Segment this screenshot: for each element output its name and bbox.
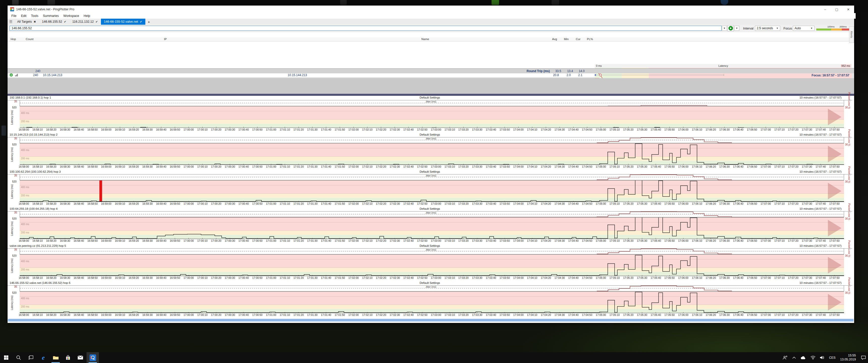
maximize-button[interactable]: ▢ [831,5,842,13]
tab-116-211-132-12[interactable]: 116.211.132.12✔ [69,19,101,25]
tab-all-targets[interactable]: All Targets✖ [14,19,39,25]
time-tick-label: 17:04:10 [525,202,539,205]
time-tick-label: 17:04:10 [525,276,539,279]
time-tick-label: 16:59:10 [113,314,127,317]
graph-settings-label[interactable]: Default Settings [7,207,852,210]
time-tick-label: 16:59:20 [127,239,141,242]
alerts-side-tab[interactable]: Alerts [849,26,854,43]
task-view-taskbar-button[interactable] [25,352,37,363]
menu-item-edit[interactable]: Edit [19,14,29,18]
time-tick-label: 17:02:40 [401,165,415,168]
time-tick-label: 17:07:20 [786,128,800,131]
new-tab-button[interactable]: + [145,19,153,25]
menu-item-workspace[interactable]: Workspace [61,14,81,18]
wifi-tray-button[interactable] [808,352,818,363]
col-header-count[interactable]: Count [26,38,34,41]
time-tick-label: 17:06:10 [690,239,704,242]
col-header-pl[interactable]: PL% [587,38,593,41]
action-center-button[interactable] [859,352,868,363]
hamburger-icon[interactable]: ☰ [7,19,14,25]
volume-tray-button[interactable] [818,352,827,363]
graph-settings-label[interactable]: Default Settings [7,170,852,173]
latency-band[interactable]: 400 ms200 ms [20,254,844,276]
taskbar-clock[interactable]: 15:5513.05.2019 [838,352,859,363]
timeline-graph-hop-3[interactable]: 100.100.62.254 (100.100.62.254) hop 3Def… [7,170,854,207]
pingplotter-taskbar-button[interactable] [87,352,99,363]
title-bar[interactable]: 146-66-155-52.valve.net - PingPlotter Pr… [7,5,854,13]
people-tray-button[interactable] [780,352,790,363]
target-dropdown-button[interactable]: ▼ [722,26,727,31]
time-tick-label: 16:59:00 [99,128,113,131]
time-tick-label: 17:01:10 [278,165,292,168]
onedrive-tray-button[interactable] [798,352,808,363]
start-trace-button[interactable] [727,25,734,31]
col-header-cur[interactable]: Cur [576,38,581,41]
time-tick-label: 17:03:20 [457,239,471,242]
scrollbar-thumb[interactable] [8,319,854,321]
graph-timespan-label[interactable]: 10 minutes (16:57:57 - 17:07:57) [799,281,841,284]
focus-select[interactable]: Auto▼ [793,26,814,31]
pingplotter-window: 146-66-155-52.valve.net - PingPlotter Pr… [7,5,854,323]
svg-text:400 ms: 400 ms [21,186,29,189]
time-tick-label: 16:58:40 [72,314,86,317]
close-button[interactable]: ✕ [842,5,854,13]
packet-loss-max-label: 30 [845,291,848,294]
start-taskbar-button[interactable] [0,352,12,363]
time-tick-label: 17:06:40 [731,239,745,242]
jitter-axis-label: Jitter (ms) [7,174,854,177]
mail-taskbar-button[interactable] [74,352,87,363]
language-indicator[interactable]: CES [827,352,838,363]
latency-band[interactable]: 400 ms200 ms [20,143,844,165]
time-tick-label: 16:58:00 [17,276,31,279]
time-tick-label: 17:00:20 [209,165,223,168]
file-explorer-taskbar-button[interactable] [50,352,62,363]
graph-settings-label[interactable]: Default Settings [7,133,852,136]
time-tick-label: 16:58:30 [58,165,72,168]
menu-item-summaries[interactable]: Summaries [41,14,61,18]
chevron-up-tray-button[interactable] [790,352,798,363]
search-taskbar-button[interactable] [12,352,25,363]
timeline-graph-hop-5[interactable]: valve-vie.peering.cz (91.213.211.229) ho… [7,244,854,281]
col-header-hop[interactable]: Hop [10,38,16,41]
time-tick-label: 17:06:40 [731,276,745,279]
tab-146-66-155-52-valve-net[interactable]: 146-66-155-52.valve.net✔ [101,19,145,25]
timeline-graph-hop-4[interactable]: 100.64.255.18 (100.64.255.18) hop 4Defau… [7,207,854,244]
close-tab-icon[interactable]: ✖ [34,20,36,24]
menu-item-file[interactable]: File [9,14,19,18]
col-header-ip[interactable]: IP [164,38,167,41]
svg-text:200 ms: 200 ms [21,120,29,123]
time-tick-label: 16:58:10 [31,128,45,131]
pane-splitter[interactable] [7,94,854,96]
tab-146-66-155-52[interactable]: 146.66.155.52✔ [39,19,69,25]
col-header-min[interactable]: Min [564,38,569,41]
interval-select[interactable]: 2.5 seconds▼ [755,26,780,31]
latency-band[interactable]: 400 ms200 ms [20,217,844,239]
latency-band[interactable]: 400 ms200 ms [20,180,844,202]
col-header-avg[interactable]: Avg [552,38,557,41]
time-tick-label: 17:05:10 [608,314,622,317]
graph-settings-label[interactable]: Default Settings [7,281,852,284]
trace-options-dropdown[interactable]: ▼ [734,26,739,31]
menu-item-help[interactable]: Help [81,14,92,18]
timeline-graph-hop-2[interactable]: 10.15.144.213 (10.15.144.213) hop 2Defau… [7,133,854,170]
latency-band[interactable]: 400 ms200 ms [20,106,844,128]
graph-settings-label[interactable]: Default Settings [7,244,852,247]
edge-taskbar-button[interactable]: e [37,352,50,363]
target-input[interactable]: 146.66.155.52 [9,26,722,31]
timeline-graph-hop-1[interactable]: 192.168.0.1 (192.168.0.1) hop 1Default S… [7,96,854,133]
graph-timespan-label[interactable]: 10 minutes (16:57:57 - 17:07:57) [799,244,841,247]
graph-timespan-label[interactable]: 10 minutes (16:57:57 - 17:07:57) [799,133,841,136]
timeline-graph-hop-6[interactable]: 146-66-155-52.valve.net (146.66.155.52) … [7,281,854,318]
graph-timespan-label[interactable]: 10 minutes (16:57:57 - 17:07:57) [799,170,841,173]
store-taskbar-button[interactable] [62,352,74,363]
horizontal-scrollbar[interactable] [7,319,854,322]
time-tick-label: 17:04:10 [525,239,539,242]
time-tick-label: 17:00:20 [209,276,223,279]
minimize-button[interactable]: – [819,5,831,13]
graph-timespan-label[interactable]: 10 minutes (16:57:57 - 17:07:57) [799,207,841,210]
col-header-name[interactable]: Name [422,38,429,41]
graph-settings-label[interactable]: Default Settings [7,96,852,99]
latency-band[interactable]: 400 ms200 ms [20,291,844,313]
graph-timespan-label[interactable]: 10 minutes (16:57:57 - 17:07:57) [799,96,841,99]
menu-item-tools[interactable]: Tools [29,14,41,18]
